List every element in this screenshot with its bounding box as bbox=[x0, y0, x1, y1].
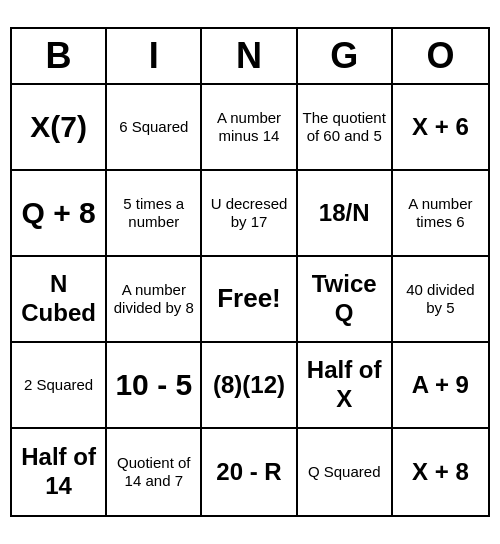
header-letter-i: I bbox=[107, 29, 202, 83]
bingo-cell-18: Half of X bbox=[298, 343, 393, 429]
header-letter-b: B bbox=[12, 29, 107, 83]
bingo-cell-4: X + 6 bbox=[393, 85, 488, 171]
bingo-cell-7: U decresed by 17 bbox=[202, 171, 297, 257]
bingo-cell-3: The quotient of 60 and 5 bbox=[298, 85, 393, 171]
bingo-cell-19: A + 9 bbox=[393, 343, 488, 429]
bingo-cell-15: 2 Squared bbox=[12, 343, 107, 429]
bingo-cell-22: 20 - R bbox=[202, 429, 297, 515]
header-letter-g: G bbox=[298, 29, 393, 83]
bingo-cell-17: (8)(12) bbox=[202, 343, 297, 429]
bingo-cell-1: 6 Squared bbox=[107, 85, 202, 171]
bingo-cell-23: Q Squared bbox=[298, 429, 393, 515]
bingo-card: BINGO X(7)6 SquaredA number minus 14The … bbox=[10, 27, 490, 517]
bingo-grid: X(7)6 SquaredA number minus 14The quotie… bbox=[12, 85, 488, 515]
bingo-cell-10: N Cubed bbox=[12, 257, 107, 343]
bingo-cell-16: 10 - 5 bbox=[107, 343, 202, 429]
bingo-cell-13: Twice Q bbox=[298, 257, 393, 343]
bingo-cell-2: A number minus 14 bbox=[202, 85, 297, 171]
bingo-cell-5: Q + 8 bbox=[12, 171, 107, 257]
bingo-cell-6: 5 times a number bbox=[107, 171, 202, 257]
bingo-cell-21: Quotient of 14 and 7 bbox=[107, 429, 202, 515]
bingo-cell-0: X(7) bbox=[12, 85, 107, 171]
bingo-cell-11: A number divided by 8 bbox=[107, 257, 202, 343]
bingo-cell-20: Half of 14 bbox=[12, 429, 107, 515]
bingo-cell-14: 40 divided by 5 bbox=[393, 257, 488, 343]
header-letter-o: O bbox=[393, 29, 488, 83]
header-letter-n: N bbox=[202, 29, 297, 83]
bingo-cell-12: Free! bbox=[202, 257, 297, 343]
bingo-cell-8: 18/N bbox=[298, 171, 393, 257]
bingo-cell-24: X + 8 bbox=[393, 429, 488, 515]
bingo-header: BINGO bbox=[12, 29, 488, 85]
bingo-cell-9: A number times 6 bbox=[393, 171, 488, 257]
